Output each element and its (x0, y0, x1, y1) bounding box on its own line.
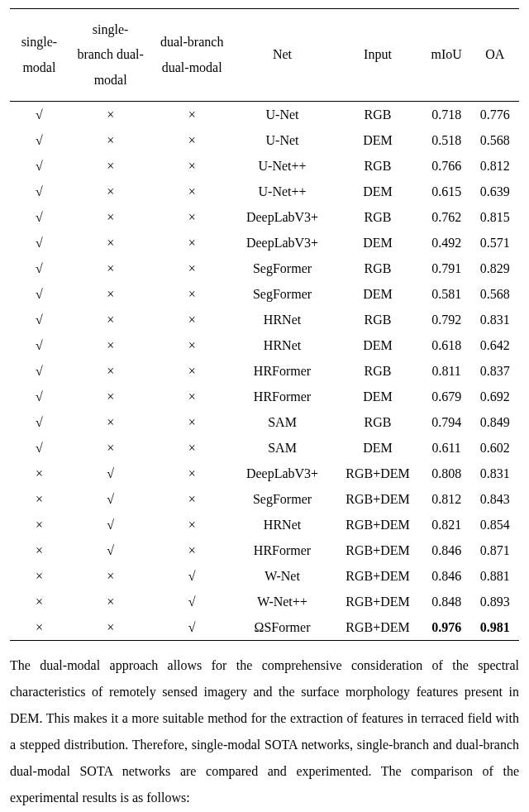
table-row: ×√×HRNetRGB+DEM0.8210.854 (10, 512, 519, 537)
cell-single-branch-dual-modal: × (69, 307, 153, 332)
cell-dual-branch-dual-modal: × (152, 179, 231, 204)
cell-single-modal: √ (10, 179, 69, 204)
cell-miou: 0.618 (422, 332, 471, 358)
table-row: √××U-Net++DEM0.6150.639 (10, 179, 519, 204)
cell-net: W-Net++ (231, 589, 333, 614)
cell-miou: 0.611 (422, 435, 471, 461)
cell-miou: 0.811 (422, 358, 471, 384)
table-row: √××SegFormerDEM0.5810.568 (10, 281, 519, 307)
th-dual-branch-dual-modal: dual-branchdual-modal (152, 9, 231, 102)
cell-miou: 0.846 (422, 537, 471, 563)
cell-dual-branch-dual-modal: × (152, 153, 231, 179)
cell-dual-branch-dual-modal: × (152, 230, 231, 256)
cell-input: RGB (333, 102, 422, 128)
cell-oa: 0.829 (470, 256, 519, 281)
cell-oa: 0.568 (470, 127, 519, 153)
cell-dual-branch-dual-modal: × (152, 409, 231, 435)
cell-input: RGB (333, 204, 422, 230)
cell-miou: 0.792 (422, 307, 471, 332)
cell-miou: 0.812 (422, 486, 471, 512)
cell-input: DEM (333, 332, 422, 358)
table-row: √××DeepLabV3+RGB0.7620.815 (10, 204, 519, 230)
cell-input: RGB+DEM (333, 486, 422, 512)
cell-single-branch-dual-modal: × (69, 230, 153, 256)
cell-single-branch-dual-modal: × (69, 256, 153, 281)
cell-single-modal: √ (10, 384, 69, 409)
cell-net: HRFormer (231, 537, 333, 563)
th-miou: mIoU (422, 9, 471, 102)
cell-oa: 0.849 (470, 409, 519, 435)
cell-net: U-Net (231, 127, 333, 153)
cell-miou: 0.808 (422, 461, 471, 486)
cell-net: U-Net (231, 102, 333, 128)
cell-net: DeepLabV3+ (231, 204, 333, 230)
cell-single-branch-dual-modal: × (69, 563, 153, 589)
cell-input: RGB (333, 256, 422, 281)
cell-dual-branch-dual-modal: × (152, 486, 231, 512)
cell-oa: 0.854 (470, 512, 519, 537)
cell-oa: 0.639 (470, 179, 519, 204)
cell-oa: 0.568 (470, 281, 519, 307)
table-row: ×√×DeepLabV3+RGB+DEM0.8080.831 (10, 461, 519, 486)
cell-net: SegFormer (231, 486, 333, 512)
cell-miou: 0.718 (422, 102, 471, 128)
cell-single-modal: √ (10, 358, 69, 384)
cell-net: DeepLabV3+ (231, 461, 333, 486)
cell-miou: 0.846 (422, 563, 471, 589)
cell-single-modal: √ (10, 307, 69, 332)
cell-input: RGB+DEM (333, 589, 422, 614)
cell-single-modal: × (10, 486, 69, 512)
cell-single-modal: √ (10, 332, 69, 358)
table-row: √××SAMRGB0.7940.849 (10, 409, 519, 435)
cell-dual-branch-dual-modal: × (152, 281, 231, 307)
table-row: ××√ΩSFormerRGB+DEM0.9760.981 (10, 614, 519, 641)
cell-miou: 0.976 (422, 614, 471, 641)
cell-net: HRFormer (231, 358, 333, 384)
cell-dual-branch-dual-modal: × (152, 204, 231, 230)
cell-single-branch-dual-modal: × (69, 332, 153, 358)
cell-miou: 0.762 (422, 204, 471, 230)
cell-single-branch-dual-modal: × (69, 614, 153, 641)
cell-net: HRFormer (231, 384, 333, 409)
cell-single-modal: × (10, 563, 69, 589)
th-net: Net (231, 9, 333, 102)
table-row: √××U-NetDEM0.5180.568 (10, 127, 519, 153)
cell-dual-branch-dual-modal: √ (152, 589, 231, 614)
cell-oa: 0.837 (470, 358, 519, 384)
cell-single-branch-dual-modal: × (69, 281, 153, 307)
cell-oa: 0.981 (470, 614, 519, 641)
cell-net: HRNet (231, 307, 333, 332)
cell-miou: 0.794 (422, 409, 471, 435)
body-paragraph: The dual-modal approach allows for the c… (10, 652, 519, 811)
cell-net: ΩSFormer (231, 614, 333, 641)
table-row: √××U-Net++RGB0.7660.812 (10, 153, 519, 179)
cell-miou: 0.679 (422, 384, 471, 409)
cell-single-modal: √ (10, 102, 69, 128)
cell-input: RGB (333, 409, 422, 435)
cell-miou: 0.615 (422, 179, 471, 204)
cell-oa: 0.831 (470, 307, 519, 332)
cell-single-modal: √ (10, 204, 69, 230)
cell-oa: 0.831 (470, 461, 519, 486)
cell-oa: 0.812 (470, 153, 519, 179)
cell-net: U-Net++ (231, 179, 333, 204)
cell-input: RGB (333, 153, 422, 179)
cell-oa: 0.571 (470, 230, 519, 256)
cell-net: HRNet (231, 332, 333, 358)
cell-oa: 0.843 (470, 486, 519, 512)
cell-oa: 0.871 (470, 537, 519, 563)
table-row: ×√×SegFormerRGB+DEM0.8120.843 (10, 486, 519, 512)
cell-input: RGB+DEM (333, 512, 422, 537)
cell-single-branch-dual-modal: × (69, 179, 153, 204)
cell-single-branch-dual-modal: × (69, 102, 153, 128)
cell-dual-branch-dual-modal: × (152, 537, 231, 563)
table-row: √××HRFormerRGB0.8110.837 (10, 358, 519, 384)
cell-miou: 0.766 (422, 153, 471, 179)
table-row: √××DeepLabV3+DEM0.4920.571 (10, 230, 519, 256)
cell-input: RGB (333, 358, 422, 384)
cell-single-modal: √ (10, 127, 69, 153)
table-row: √××HRNetDEM0.6180.642 (10, 332, 519, 358)
th-input: Input (333, 9, 422, 102)
th-single-branch-dual-modal: single-branch dual-modal (69, 9, 153, 102)
cell-single-branch-dual-modal: × (69, 384, 153, 409)
